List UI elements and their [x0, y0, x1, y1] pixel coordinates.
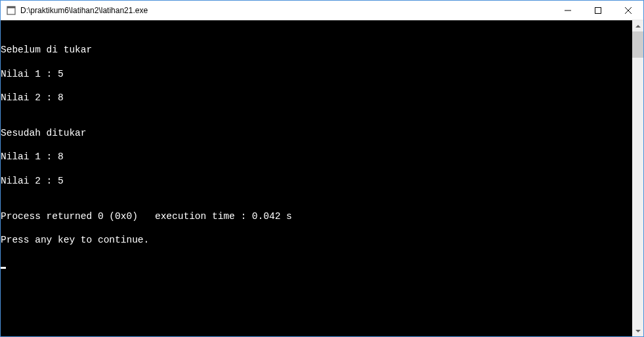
console-line: Process returned 0 (0x0) execution time …: [1, 210, 632, 222]
maximize-button[interactable]: [583, 1, 613, 20]
console-line: Nilai 2 : 8: [1, 92, 632, 104]
console-wrapper: Sebelum di tukar Nilai 1 : 5 Nilai 2 : 8…: [1, 20, 643, 336]
close-button[interactable]: [613, 1, 643, 20]
svg-rect-1: [7, 7, 15, 9]
window-controls: [553, 1, 643, 20]
cursor: [1, 267, 6, 269]
minimize-button[interactable]: [553, 1, 583, 20]
vertical-scrollbar[interactable]: [632, 20, 643, 336]
scroll-down-arrow-icon[interactable]: [632, 325, 643, 336]
scroll-thumb[interactable]: [632, 31, 643, 58]
console-line: Nilai 1 : 8: [1, 151, 632, 163]
console-line: Nilai 1 : 5: [1, 68, 632, 80]
svg-marker-7: [635, 330, 641, 332]
console-line: Sesudah ditukar: [1, 127, 632, 139]
console-line: Nilai 2 : 5: [1, 175, 632, 187]
console-line: Press any key to continue.: [1, 234, 632, 246]
app-icon: [6, 5, 16, 16]
titlebar[interactable]: D:\praktikum6\latihan2\latihan21.exe: [1, 1, 643, 20]
console-line: Sebelum di tukar: [1, 44, 632, 56]
svg-rect-3: [595, 7, 601, 13]
window-title: D:\praktikum6\latihan2\latihan21.exe: [20, 6, 553, 15]
svg-marker-6: [635, 25, 641, 28]
console-output[interactable]: Sebelum di tukar Nilai 1 : 5 Nilai 2 : 8…: [1, 20, 632, 336]
scroll-up-arrow-icon[interactable]: [632, 20, 643, 31]
